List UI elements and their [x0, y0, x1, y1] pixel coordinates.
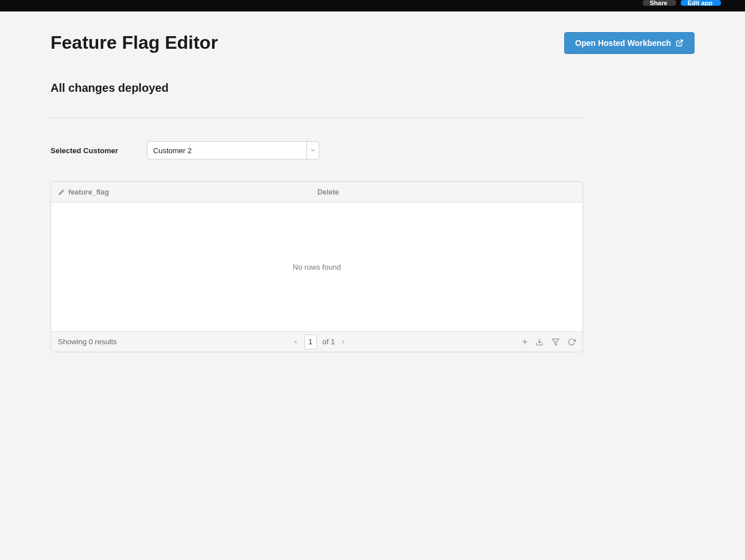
grid-empty-text: No rows found — [293, 263, 341, 271]
download-button[interactable] — [536, 338, 544, 346]
page-header: Feature Flag Editor Open Hosted Workbenc… — [51, 32, 694, 54]
grid-actions: + — [522, 337, 576, 347]
open-hosted-workbench-label: Open Hosted Workbench — [575, 38, 671, 48]
grid-footer: Showing 0 results of 1 + — [51, 331, 583, 352]
selected-customer-label: Selected Customer — [51, 146, 118, 155]
chevron-left-icon — [293, 339, 298, 345]
download-icon — [536, 338, 544, 346]
svg-line-0 — [679, 40, 682, 44]
grid-header: feature_flag Delete — [51, 182, 583, 203]
customer-selector-row: Selected Customer Customer 2 — [51, 141, 694, 160]
refresh-button[interactable] — [568, 338, 576, 346]
prev-page-button[interactable] — [293, 339, 298, 345]
page-title: Feature Flag Editor — [51, 32, 218, 53]
column-delete[interactable]: Delete — [317, 188, 339, 196]
deploy-status-heading: All changes deployed — [51, 81, 694, 95]
column-feature-flag[interactable]: feature_flag — [51, 188, 317, 196]
customer-select-value: Customer 2 — [148, 142, 307, 159]
share-button[interactable]: Share — [643, 0, 676, 6]
pencil-icon — [58, 189, 65, 196]
feature-flag-grid: feature_flag Delete No rows found Showin… — [51, 181, 583, 352]
pagination: of 1 — [117, 335, 522, 349]
filter-icon — [552, 338, 560, 346]
page-content: Feature Flag Editor Open Hosted Workbenc… — [0, 11, 745, 352]
section-divider — [51, 118, 583, 118]
chevron-right-icon — [340, 339, 346, 345]
svg-marker-2 — [552, 339, 559, 345]
customer-select-caret[interactable] — [307, 142, 319, 159]
page-number-input[interactable] — [304, 335, 317, 349]
filter-button[interactable] — [552, 338, 560, 346]
plus-icon: + — [522, 337, 527, 347]
refresh-icon — [568, 338, 576, 346]
next-page-button[interactable] — [340, 339, 346, 345]
column-feature-flag-label: feature_flag — [68, 188, 109, 196]
edit-app-button[interactable]: Edit app — [681, 0, 721, 6]
page-of-text: of 1 — [323, 337, 335, 346]
add-row-button[interactable]: + — [522, 337, 527, 347]
grid-body: No rows found — [51, 203, 583, 331]
chevron-down-icon — [310, 147, 316, 153]
topbar: Share Edit app — [0, 0, 745, 11]
open-hosted-workbench-button[interactable]: Open Hosted Workbench — [564, 32, 694, 54]
customer-select[interactable]: Customer 2 — [147, 141, 319, 160]
column-delete-label: Delete — [317, 188, 339, 196]
results-count: Showing 0 results — [58, 337, 117, 346]
external-link-icon — [676, 39, 684, 47]
